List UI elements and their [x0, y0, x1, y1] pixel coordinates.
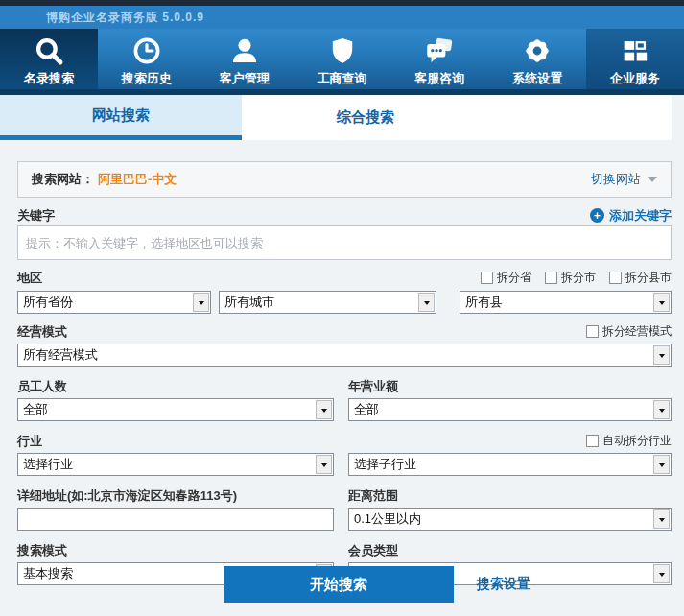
employees-select-value: 全部 [23, 401, 48, 418]
checkbox-box [545, 272, 557, 284]
employees-label: 员工人数 [17, 378, 67, 395]
switch-site-button[interactable]: 切换网站 [591, 171, 657, 188]
dropdown-arrow-icon [653, 455, 670, 474]
province-select-value: 所有省份 [23, 294, 73, 311]
industry-select[interactable]: 选择行业 [17, 453, 334, 476]
industry-checkbox-group: 自动拆分行业 [573, 433, 672, 449]
address-input[interactable] [17, 508, 334, 531]
user-icon [226, 33, 263, 69]
region-header-row: 地区 拆分省 拆分市 拆分县市 [17, 270, 672, 286]
app-window: 博购企业名录商务版 5.0.0.9 名录搜索 搜索历史 客户管理 工商查询 [0, 0, 684, 616]
business-mode-label: 经营模式 [17, 323, 67, 341]
dropdown-arrow-icon [653, 400, 670, 419]
add-keyword-button[interactable]: + 添加关键字 [590, 207, 672, 225]
nav-label: 搜索历史 [122, 70, 172, 87]
checkbox-split-business-mode[interactable]: 拆分经营模式 [586, 323, 672, 340]
search-site-name: 阿里巴巴-中文 [98, 171, 177, 188]
member-type-header: 会员类型 [348, 542, 672, 558]
nav-label: 名录搜索 [24, 70, 74, 87]
nav-item-search-history[interactable]: 搜索历史 [98, 29, 196, 89]
search-site-info: 搜索网站： 阿里巴巴-中文 [32, 171, 177, 188]
dropdown-arrow-icon [193, 293, 209, 312]
address-distance-input-row: 0.1公里以内 [17, 508, 672, 531]
business-mode-select[interactable]: 所有经营模式 [17, 344, 672, 367]
checkbox-label: 拆分县市 [625, 270, 672, 286]
titlebar: 博购企业名录商务版 5.0.0.9 [0, 6, 684, 29]
city-select[interactable]: 所有城市 [219, 291, 436, 314]
search-mode-header: 搜索模式 [17, 542, 334, 558]
nav-item-customer-management[interactable]: 客户管理 [196, 29, 294, 89]
search-site-label: 搜索网站： [32, 171, 94, 188]
search-settings-link[interactable]: 搜索设置 [477, 576, 531, 593]
nav-item-enterprise-services[interactable]: 企业服务 [586, 29, 684, 89]
tab-filler [489, 95, 672, 140]
address-header: 详细地址(如:北京市海淀区知春路113号) [17, 487, 334, 504]
industry-header-row: 行业 自动拆分行业 [17, 433, 672, 449]
search-mode-label: 搜索模式 [17, 542, 67, 559]
province-select[interactable]: 所有省份 [17, 291, 211, 314]
revenue-header: 年营业额 [348, 378, 672, 394]
app-title: 博购企业名录商务版 5.0.0.9 [46, 10, 204, 26]
nav-label: 客服咨询 [414, 70, 464, 87]
checkbox-auto-split-industry[interactable]: 自动拆分行业 [586, 433, 672, 449]
checkbox-label: 拆分经营模式 [602, 323, 672, 340]
tab-website-search[interactable]: 网站搜索 [0, 95, 242, 140]
dropdown-arrow-icon [653, 509, 670, 529]
checkbox-box [481, 272, 493, 284]
switch-site-label: 切换网站 [591, 171, 641, 188]
county-select-value: 所有县 [465, 294, 503, 311]
revenue-select-value: 全部 [354, 401, 379, 418]
nav-label: 企业服务 [610, 70, 660, 87]
industry-label: 行业 [17, 433, 42, 450]
nav-item-directory-search[interactable]: 名录搜索 [0, 29, 98, 89]
revenue-select[interactable]: 全部 [348, 398, 672, 421]
employees-select[interactable]: 全部 [17, 398, 334, 421]
main-nav: 名录搜索 搜索历史 客户管理 工商查询 客服咨询 [0, 29, 684, 89]
sub-industry-select[interactable]: 选择子行业 [348, 453, 672, 476]
checkbox-split-county[interactable]: 拆分县市 [609, 270, 672, 286]
dropdown-arrow-icon [653, 564, 670, 583]
keyword-header-row: 关键字 + 添加关键字 [17, 207, 672, 224]
search-mode-select-value: 基本搜索 [23, 565, 73, 582]
checkbox-box [609, 272, 622, 284]
region-checkbox-group: 拆分省 拆分市 拆分县市 [467, 270, 672, 286]
nav-item-customer-service[interactable]: 客服咨询 [390, 29, 488, 89]
checkbox-split-province[interactable]: 拆分省 [481, 270, 531, 286]
chat-icon [421, 33, 458, 69]
checkbox-label: 自动拆分行业 [602, 433, 672, 449]
search-form: 搜索网站： 阿里巴巴-中文 切换网站 关键字 + 添加关键字 地区 拆分省 [0, 140, 684, 585]
tab-comprehensive-search[interactable]: 综合搜索 [242, 95, 489, 140]
checkbox-box [586, 325, 599, 338]
checkbox-split-city[interactable]: 拆分市 [545, 270, 596, 286]
dropdown-arrow-icon [653, 293, 670, 312]
region-select-row: 所有省份 所有城市 所有县 [17, 291, 672, 314]
nav-item-business-query[interactable]: 工商查询 [294, 29, 391, 89]
checkbox-label: 拆分市 [561, 270, 596, 286]
dropdown-arrow-icon [653, 345, 670, 365]
distance-label: 距离范围 [348, 487, 398, 505]
distance-select-value: 0.1公里以内 [354, 510, 421, 528]
mode-member-header-row: 搜索模式 会员类型 [17, 542, 672, 558]
address-distance-header-row: 详细地址(如:北京市海淀区知春路113号) 距离范围 [17, 487, 672, 504]
city-select-value: 所有城市 [224, 294, 274, 311]
distance-select[interactable]: 0.1公里以内 [348, 508, 672, 531]
employees-header: 员工人数 [17, 378, 334, 394]
gear-icon [519, 33, 555, 69]
dropdown-arrow-icon [316, 400, 332, 419]
start-search-button[interactable]: 开始搜索 [224, 566, 454, 603]
distance-header: 距离范围 [348, 487, 672, 504]
industry-select-value: 选择行业 [23, 456, 73, 473]
industry-select-row: 选择行业 选择子行业 [17, 453, 672, 476]
business-mode-checkbox-group: 拆分经营模式 [573, 323, 672, 340]
dropdown-arrow-icon [316, 455, 332, 474]
member-type-label: 会员类型 [348, 542, 398, 559]
tab-bar: 网站搜索 综合搜索 [0, 95, 672, 140]
nav-item-system-settings[interactable]: 系统设置 [488, 29, 586, 89]
search-icon [31, 33, 67, 69]
business-mode-select-value: 所有经营模式 [23, 346, 98, 364]
nav-label: 系统设置 [512, 70, 562, 87]
keyword-input[interactable] [17, 225, 672, 260]
plus-icon: + [590, 208, 604, 223]
revenue-label: 年营业额 [348, 378, 398, 395]
county-select[interactable]: 所有县 [460, 291, 672, 314]
